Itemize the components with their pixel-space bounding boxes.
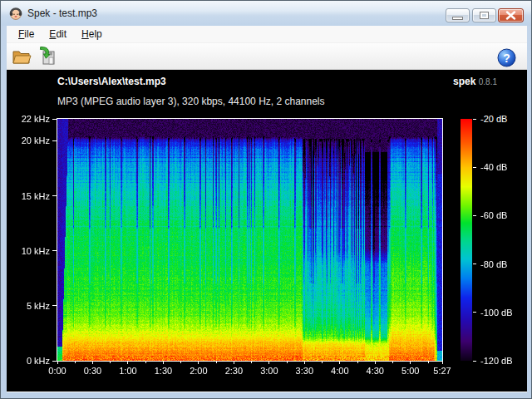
open-file-button[interactable] [11,46,32,67]
time-tick [163,361,164,364]
window-title: Spek - test.mp3 [27,1,97,26]
time-tick-label: 3:00 [251,365,288,377]
db-tick [473,312,476,313]
freq-tick-label: 20 kHz [7,135,50,146]
time-tick [339,361,340,364]
time-minor-tick [287,361,288,363]
maximize-button[interactable] [472,8,496,22]
help-icon: ? [497,48,516,67]
db-tick [473,215,476,216]
time-tick-label: 5:27 [424,365,461,377]
toolbar: ? [7,43,527,70]
titlebar: Spek - test.mp3 [1,1,531,26]
maximize-icon [480,12,489,19]
time-minor-tick [251,361,252,363]
db-legend [461,119,472,361]
menu-file[interactable]: File [11,27,42,42]
time-minor-tick [145,361,146,363]
freq-tick [52,305,57,306]
menu-help[interactable]: Help [74,27,110,42]
close-button[interactable] [498,8,524,22]
time-tick-label: 2:30 [215,365,252,377]
time-tick [57,361,58,364]
db-legend-canvas [461,119,472,361]
time-minor-tick [180,361,181,363]
spectrogram-panel: C:\Users\Alex\test.mp3 spek 0.8.1 MP3 (M… [7,70,527,392]
time-tick [234,361,234,364]
time-tick-label: 1:30 [145,365,181,377]
app-window: Spek - test.mp3 File Edit Help [0,0,532,399]
about-button[interactable]: ? [495,47,517,68]
time-minor-tick [216,361,217,363]
file-path: C:\Users\Alex\test.mp3 [57,76,166,87]
app-icon [9,7,22,20]
freq-tick-label: 15 kHz [7,190,50,202]
app-brand: spek 0.8.1 [453,76,497,87]
time-tick-label: 1:00 [110,365,146,377]
save-icon [37,47,57,66]
db-tick-label: -120 dB [480,355,513,367]
menubar: File Edit Help [7,26,527,43]
freq-tick [52,250,57,251]
time-tick [304,361,305,364]
time-tick [92,361,93,364]
freq-tick [52,195,57,196]
time-tick-label: 2:00 [180,365,217,377]
db-tick-label: -80 dB [480,259,507,270]
open-folder-icon [12,47,32,66]
freq-tick-label: 10 kHz [7,245,50,257]
db-tick [473,167,476,168]
app-version: 0.8.1 [479,77,497,86]
app-name: spek [453,76,475,87]
db-tick-label: -100 dB [480,307,513,318]
db-tick-label: -40 dB [480,161,507,173]
svg-text:?: ? [503,51,510,64]
freq-tick [52,361,57,362]
freq-tick-label: 22 kHz [7,113,50,125]
time-minor-tick [322,361,323,363]
freq-tick [52,140,57,141]
format-info: MP3 (MPEG audio layer 3), 320 kbps, 4410… [57,96,325,107]
time-tick-label: 0:00 [39,365,76,377]
time-tick-label: 4:30 [357,365,393,377]
time-tick [442,361,443,364]
client-area: File Edit Help [7,26,527,392]
time-tick [268,361,269,364]
plot-frame [57,118,443,362]
db-tick-label: -60 dB [480,209,507,221]
save-button[interactable] [36,46,57,67]
time-tick-label: 3:30 [286,365,323,377]
freq-tick [52,119,57,120]
db-tick [473,264,476,264]
minimize-button[interactable] [446,8,470,22]
time-minor-tick [357,361,358,363]
freq-tick-label: 5 kHz [7,300,50,312]
db-tick-label: -20 dB [480,113,507,125]
time-minor-tick [75,361,76,363]
time-tick [375,361,376,364]
time-minor-tick [110,361,111,363]
db-tick [473,361,476,362]
time-minor-tick [392,361,393,363]
db-tick [473,119,476,120]
menu-edit[interactable]: Edit [42,27,74,42]
spectrogram-canvas [57,119,442,361]
minimize-icon [452,17,463,20]
time-tick [410,361,411,364]
time-tick [198,361,199,364]
time-tick-label: 4:00 [322,365,358,377]
time-minor-tick [428,361,429,363]
close-icon [505,11,516,20]
time-tick [127,361,128,364]
time-tick-label: 0:30 [74,365,111,377]
